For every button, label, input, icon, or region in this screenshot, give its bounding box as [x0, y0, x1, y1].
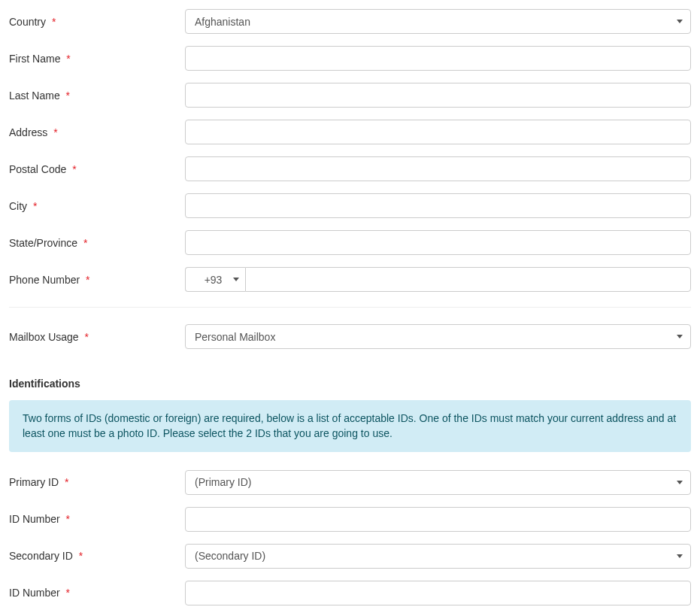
city-input[interactable]: [185, 193, 691, 218]
first-name-input[interactable]: [185, 46, 691, 71]
first-name-row: First Name *: [9, 46, 691, 71]
phone-number-label-text: Phone Number: [9, 274, 80, 286]
primary-id-number-row: ID Number *: [9, 507, 691, 532]
phone-group: +93: [185, 267, 691, 292]
country-label-text: Country: [9, 16, 46, 28]
required-asterisk: *: [66, 587, 70, 599]
required-asterisk: *: [33, 200, 37, 212]
postal-code-input[interactable]: [185, 156, 691, 181]
state-province-label: State/Province *: [9, 237, 185, 249]
primary-id-label-text: Primary ID: [9, 476, 59, 488]
primary-id-number-label: ID Number *: [9, 513, 185, 525]
country-select[interactable]: Afghanistan: [185, 9, 691, 34]
primary-id-select[interactable]: (Primary ID): [185, 470, 691, 495]
address-row: Address *: [9, 120, 691, 144]
phone-number-row: Phone Number * +93: [9, 267, 691, 292]
secondary-id-row: Secondary ID * (Secondary ID): [9, 544, 691, 569]
mailbox-usage-row: Mailbox Usage * Personal Mailbox: [9, 324, 691, 349]
phone-number-label: Phone Number *: [9, 274, 185, 286]
secondary-id-label: Secondary ID *: [9, 550, 185, 562]
state-province-row: State/Province *: [9, 230, 691, 255]
secondary-id-select[interactable]: (Secondary ID): [185, 544, 691, 569]
identifications-title: Identifications: [9, 378, 691, 390]
mailbox-usage-label-text: Mailbox Usage: [9, 331, 79, 343]
identifications-info-box: Two forms of IDs (domestic or foreign) a…: [9, 400, 691, 452]
secondary-id-label-text: Secondary ID: [9, 550, 73, 562]
city-label-text: City: [9, 200, 27, 212]
phone-code-select[interactable]: +93: [185, 267, 245, 292]
required-asterisk: *: [53, 126, 57, 138]
divider: [9, 307, 691, 308]
postal-code-label: Postal Code *: [9, 163, 185, 175]
country-row: Country * Afghanistan: [9, 9, 691, 34]
last-name-label-text: Last Name: [9, 90, 60, 102]
required-asterisk: *: [79, 550, 83, 562]
address-input[interactable]: [185, 120, 691, 144]
secondary-id-number-label-text: ID Number: [9, 587, 60, 599]
required-asterisk: *: [86, 274, 89, 286]
required-asterisk: *: [66, 53, 70, 65]
address-label-text: Address: [9, 126, 47, 138]
required-asterisk: *: [65, 476, 68, 488]
last-name-input[interactable]: [185, 83, 691, 108]
first-name-label: First Name *: [9, 53, 185, 65]
primary-id-number-label-text: ID Number: [9, 513, 60, 525]
primary-id-number-input[interactable]: [185, 507, 691, 532]
mailbox-usage-select[interactable]: Personal Mailbox: [185, 324, 691, 349]
postal-code-row: Postal Code *: [9, 156, 691, 181]
state-province-input[interactable]: [185, 230, 691, 255]
country-label: Country *: [9, 16, 185, 28]
required-asterisk: *: [85, 331, 89, 343]
city-row: City *: [9, 193, 691, 218]
first-name-label-text: First Name: [9, 53, 60, 65]
mailbox-usage-label: Mailbox Usage *: [9, 331, 185, 343]
required-asterisk: *: [52, 16, 56, 28]
phone-number-input[interactable]: [245, 267, 691, 292]
city-label: City *: [9, 200, 185, 212]
address-label: Address *: [9, 126, 185, 138]
required-asterisk: *: [66, 90, 70, 102]
required-asterisk: *: [83, 237, 87, 249]
postal-code-label-text: Postal Code: [9, 163, 66, 175]
required-asterisk: *: [66, 513, 70, 525]
state-province-label-text: State/Province: [9, 237, 77, 249]
primary-id-label: Primary ID *: [9, 476, 185, 488]
secondary-id-number-label: ID Number *: [9, 587, 185, 599]
secondary-id-number-row: ID Number *: [9, 581, 691, 605]
last-name-label: Last Name *: [9, 90, 185, 102]
required-asterisk: *: [72, 163, 76, 175]
primary-id-row: Primary ID * (Primary ID): [9, 470, 691, 495]
secondary-id-number-input[interactable]: [185, 581, 691, 605]
last-name-row: Last Name *: [9, 83, 691, 108]
